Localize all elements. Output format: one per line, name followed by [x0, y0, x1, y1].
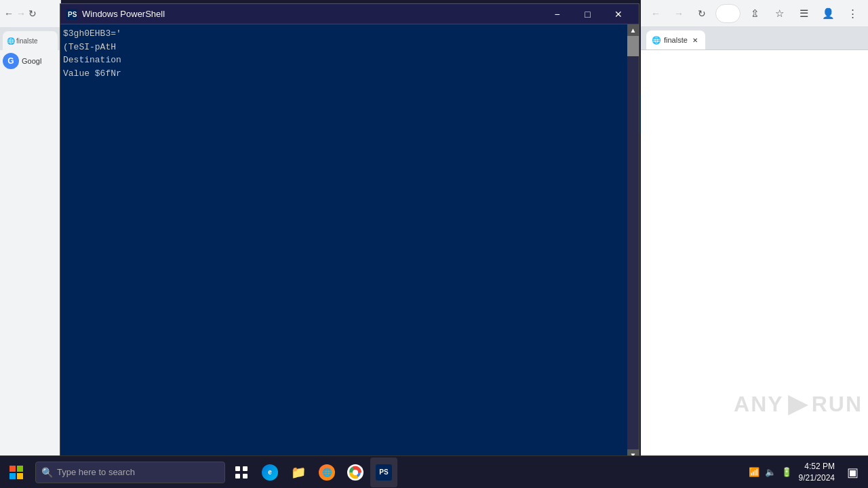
sidebar-toggle-button[interactable]: ☰: [793, 3, 814, 24]
svg-rect-4: [235, 474, 240, 479]
task-view-icon: [235, 466, 248, 479]
svg-rect-2: [235, 466, 240, 471]
close-button[interactable]: ✕: [603, 4, 633, 24]
search-placeholder-text: Type here to search: [57, 467, 135, 477]
taskbar-search-bar[interactable]: 🔍 Type here to search: [35, 462, 225, 483]
edge-button[interactable]: e: [256, 458, 283, 487]
start-button[interactable]: [0, 456, 33, 489]
browser-tab-active[interactable]: 🌐 finalste ✕: [646, 30, 705, 49]
powershell-window: PS Windows PowerShell − □ ✕ $3gh0EHB3=' …: [60, 3, 639, 462]
chrome-browser-strip: ← → ↻ 🌐 finalste G Googl: [0, 0, 61, 455]
scroll-track[interactable]: [627, 36, 639, 449]
taskbar: 🔍 Type here to search e 📁 🌐: [0, 455, 868, 488]
taskbar-right-area: 📶 🔈 🔋 4:52 PM 9/21/2024 ▣: [745, 461, 868, 484]
edge-icon: e: [262, 464, 278, 481]
search-icon: 🔍: [41, 467, 53, 478]
profile-button[interactable]: 👤: [818, 3, 838, 24]
ps-scrollbar[interactable]: ▲ ▼: [627, 24, 639, 461]
browser-back-btn[interactable]: ←: [646, 4, 665, 23]
browser-panel-right: ← → ↻ ⇫ ☆ ☰ 👤 ⋮ 🌐 finalste ✕ ANY ▶ RUN: [641, 0, 868, 455]
maximize-button[interactable]: □: [572, 4, 603, 24]
share-button[interactable]: ⇫: [745, 3, 765, 24]
svg-point-8: [353, 470, 358, 475]
notification-icon[interactable]: ▣: [843, 465, 863, 480]
windows-logo-icon: [9, 466, 23, 479]
volume-icon[interactable]: 🔈: [764, 467, 777, 477]
bookmark-button[interactable]: ☆: [769, 3, 789, 24]
google-icon: G: [3, 53, 19, 69]
powershell-title: Windows PowerShell: [82, 9, 542, 19]
network-icon[interactable]: 📶: [747, 467, 761, 477]
tab-label: finalste: [664, 36, 688, 44]
powershell-content[interactable]: $3gh0EHB3=' (TeSI-pAtH Destination Value…: [60, 24, 627, 461]
chrome-google-area: G Googl: [0, 50, 60, 72]
tab-favicon: 🌐: [7, 37, 15, 45]
firefox-button[interactable]: 🌐: [313, 458, 340, 487]
anyrun-play-icon: ▶: [788, 390, 808, 418]
svg-rect-3: [243, 466, 248, 471]
system-clock[interactable]: 4:52 PM 9/21/2024: [799, 461, 840, 484]
battery-icon[interactable]: 🔋: [780, 467, 793, 477]
browser-tabs-bar: 🌐 finalste ✕: [641, 27, 868, 50]
chrome-button[interactable]: [342, 458, 369, 487]
browser-body: ANY ▶ RUN: [641, 50, 868, 455]
ps-line-1: $3gh0EHB3=': [63, 27, 625, 41]
task-view-button[interactable]: [228, 458, 255, 487]
clock-date: 9/21/2024: [799, 472, 835, 484]
powershell-taskbar-icon: PS: [376, 464, 392, 481]
browser-refresh-btn[interactable]: ↻: [692, 4, 711, 23]
svg-text:PS: PS: [68, 11, 77, 18]
tab-favicon: 🌐: [652, 36, 661, 45]
browser-top-nav: ← → ↻ ⇫ ☆ ☰ 👤 ⋮: [641, 0, 868, 27]
window-controls: − □ ✕: [542, 4, 633, 24]
chrome-refresh-btn[interactable]: ↻: [28, 8, 37, 19]
ps-line-2: (TeSI-pAtH: [63, 41, 625, 54]
anyrun-text: ANY: [734, 392, 784, 417]
browser-address-bar[interactable]: [715, 4, 741, 23]
firefox-icon: 🌐: [319, 464, 335, 481]
google-label: Googl: [22, 57, 41, 65]
ps-line-3: Destination: [63, 54, 625, 67]
chrome-back-btn[interactable]: ←: [4, 8, 14, 19]
taskbar-app-icons: e 📁 🌐 PS: [228, 458, 397, 487]
anyrun-run-text: RUN: [812, 392, 863, 417]
browser-fwd-btn[interactable]: →: [669, 4, 688, 23]
anyrun-watermark: ANY ▶ RUN: [734, 390, 863, 418]
system-tray: 📶 🔈 🔋: [745, 467, 796, 477]
powershell-icon: PS: [66, 8, 78, 20]
chrome-tabs-bar: 🌐 finalste: [0, 27, 60, 50]
chrome-forward-btn[interactable]: →: [16, 8, 26, 19]
tab-title: finalste: [16, 37, 38, 45]
file-explorer-icon: 📁: [290, 464, 307, 481]
scroll-thumb[interactable]: [627, 36, 639, 56]
chrome-tab[interactable]: 🌐 finalste: [3, 31, 58, 50]
minimize-button[interactable]: −: [542, 4, 572, 24]
chrome-nav-bar: ← → ↻: [0, 0, 60, 27]
scroll-up-button[interactable]: ▲: [627, 24, 639, 36]
svg-rect-5: [243, 474, 248, 479]
ps-content-area: $3gh0EHB3=' (TeSI-pAtH Destination Value…: [60, 24, 639, 461]
file-explorer-button[interactable]: 📁: [285, 458, 312, 487]
ps-line-4: Value $6fNr: [63, 67, 625, 81]
chrome-icon: [347, 464, 363, 481]
powershell-titlebar: PS Windows PowerShell − □ ✕: [60, 4, 639, 24]
powershell-button[interactable]: PS: [370, 458, 397, 487]
clock-time: 4:52 PM: [799, 461, 835, 472]
menu-button[interactable]: ⋮: [842, 3, 863, 24]
tab-close-btn[interactable]: ✕: [690, 35, 700, 45]
